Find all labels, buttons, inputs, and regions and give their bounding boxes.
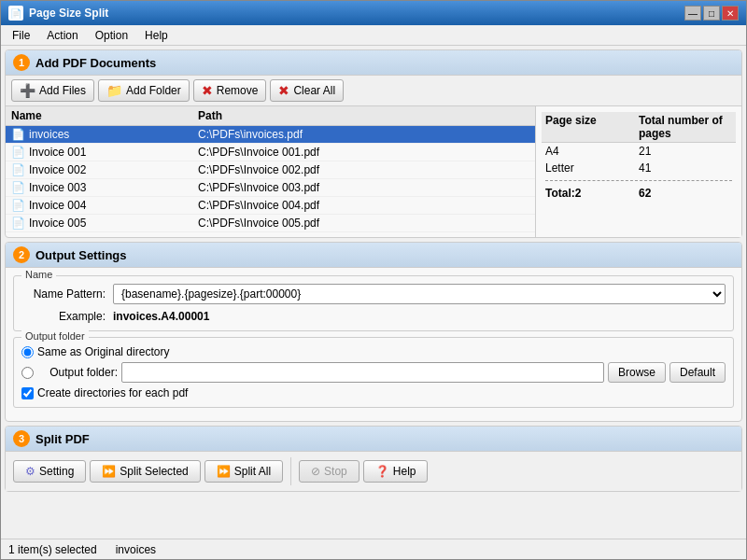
menu-file[interactable]: File bbox=[5, 27, 37, 43]
section1-number: 1 bbox=[13, 54, 30, 71]
title-bar: 📄 Page Size Split — □ ✕ bbox=[1, 1, 746, 25]
example-value: invoices.A4.00001 bbox=[113, 310, 209, 323]
file-path: C:\PDFs\Invoice 003.pdf bbox=[198, 181, 529, 194]
stop-button[interactable]: ⊘ Stop bbox=[299, 460, 359, 483]
title-buttons: — □ ✕ bbox=[684, 6, 739, 21]
pattern-label: Name Pattern: bbox=[21, 287, 106, 301]
help-icon: ❓ bbox=[375, 465, 389, 478]
clear-all-label: Clear All bbox=[293, 84, 335, 97]
example-label: Example: bbox=[21, 310, 106, 323]
section2-title: Output Settings bbox=[35, 248, 127, 262]
remove-icon: ✖ bbox=[202, 83, 213, 98]
create-dirs-row: Create directories for each pdf bbox=[21, 386, 726, 399]
section1-toolbar: ➕ Add Files 📁 Add Folder ✖ Remove ✖ Clea… bbox=[6, 76, 741, 106]
main-window: 📄 Page Size Split — □ ✕ File Action Opti… bbox=[0, 0, 747, 560]
page-info-total: Total:2 62 bbox=[542, 185, 736, 202]
split-selected-icon: ⏩ bbox=[102, 465, 116, 478]
page-info-separator bbox=[545, 180, 732, 181]
pattern-row: Name Pattern: {basename}.{pagesize}.{par… bbox=[21, 284, 726, 304]
page-info-row: Letter 41 bbox=[542, 160, 736, 176]
stop-label: Stop bbox=[324, 465, 347, 478]
app-icon: 📄 bbox=[8, 6, 23, 21]
file-name: 📄Invoice 003 bbox=[11, 181, 198, 194]
file-rows: 📄invoices C:\PDFs\invoices.pdf 📄Invoice … bbox=[6, 126, 535, 232]
file-row[interactable]: 📄Invoice 001 C:\PDFs\Invoice 001.pdf bbox=[6, 144, 535, 161]
pages-value: 21 bbox=[639, 145, 732, 158]
section3-header: 3 Split PDF bbox=[6, 427, 741, 452]
browse-button[interactable]: Browse bbox=[608, 362, 666, 383]
section3-number: 3 bbox=[13, 430, 30, 447]
page-size-value: Letter bbox=[545, 161, 639, 175]
output-folder-radio[interactable] bbox=[21, 367, 34, 379]
name-group: Name Name Pattern: {basename}.{pagesize}… bbox=[13, 275, 734, 331]
add-files-icon: ➕ bbox=[20, 83, 35, 98]
section1-title: Add PDF Documents bbox=[35, 56, 156, 70]
file-name: 📄Invoice 004 bbox=[11, 199, 198, 212]
file-name: 📄Invoice 002 bbox=[11, 163, 198, 176]
file-icon: 📄 bbox=[11, 181, 25, 194]
page-info-header: Page size Total number of pages bbox=[542, 112, 736, 143]
menu-help[interactable]: Help bbox=[137, 27, 176, 43]
maximize-button[interactable]: □ bbox=[703, 6, 720, 21]
total-pages: 62 bbox=[639, 187, 732, 200]
section3-title: Split PDF bbox=[35, 432, 90, 446]
file-list-container: Name Path 📄invoices C:\PDFs\invoices.pdf… bbox=[6, 106, 741, 237]
file-row[interactable]: 📄Invoice 004 C:\PDFs\Invoice 004.pdf bbox=[6, 197, 535, 215]
output-folder-row: Output folder: Browse Default bbox=[21, 362, 726, 383]
close-button[interactable]: ✕ bbox=[722, 6, 739, 21]
split-all-icon: ⏩ bbox=[217, 465, 231, 478]
output-folder-group-label: Output folder bbox=[21, 330, 89, 342]
help-button[interactable]: ❓ Help bbox=[363, 460, 429, 483]
add-files-label: Add Files bbox=[39, 84, 86, 97]
create-dirs-checkbox[interactable] bbox=[21, 387, 34, 399]
header-path: Path bbox=[198, 109, 529, 122]
file-row[interactable]: 📄Invoice 005 C:\PDFs\Invoice 005.pdf bbox=[6, 215, 535, 232]
file-list-header: Name Path bbox=[6, 106, 535, 126]
page-info-rows: A4 21 Letter 41 bbox=[542, 143, 736, 176]
page-info-panel: Page size Total number of pages A4 21 Le… bbox=[536, 106, 741, 237]
menu-action[interactable]: Action bbox=[39, 27, 85, 43]
menu-bar: File Action Option Help bbox=[1, 25, 746, 46]
file-icon: 📄 bbox=[11, 163, 25, 176]
add-folder-label: Add Folder bbox=[126, 84, 181, 97]
split-selected-button[interactable]: ⏩ Split Selected bbox=[90, 460, 200, 483]
section-split-pdf: 3 Split PDF ⚙ Setting ⏩ Split Selected ⏩… bbox=[5, 426, 742, 492]
file-path: C:\PDFs\Invoice 004.pdf bbox=[198, 199, 529, 212]
clear-all-icon: ✖ bbox=[278, 83, 289, 98]
status-selected: 1 item(s) selected bbox=[8, 543, 97, 556]
file-name: 📄Invoice 001 bbox=[11, 146, 198, 159]
remove-button[interactable]: ✖ Remove bbox=[193, 79, 267, 102]
file-list[interactable]: Name Path 📄invoices C:\PDFs\invoices.pdf… bbox=[6, 106, 536, 237]
pages-value: 41 bbox=[639, 161, 732, 175]
file-row[interactable]: 📄invoices C:\PDFs\invoices.pdf bbox=[6, 126, 535, 144]
minimize-button[interactable]: — bbox=[684, 6, 701, 21]
total-pages-header: Total number of pages bbox=[639, 114, 732, 140]
output-folder-group: Output folder Same as Original directory… bbox=[13, 337, 734, 408]
pattern-select[interactable]: {basename}.{pagesize}.{part:00000}{basen… bbox=[113, 284, 726, 304]
output-folder-label: Output folder: bbox=[37, 366, 118, 379]
section2-number: 2 bbox=[13, 246, 30, 263]
file-name: 📄Invoice 005 bbox=[11, 217, 198, 230]
default-button[interactable]: Default bbox=[669, 362, 726, 383]
split-toolbar: ⚙ Setting ⏩ Split Selected ⏩ Split All ⊘… bbox=[6, 452, 741, 491]
clear-all-button[interactable]: ✖ Clear All bbox=[270, 79, 344, 102]
add-files-button[interactable]: ➕ Add Files bbox=[11, 79, 94, 102]
add-folder-button[interactable]: 📁 Add Folder bbox=[98, 79, 190, 102]
split-all-button[interactable]: ⏩ Split All bbox=[204, 460, 283, 483]
menu-option[interactable]: Option bbox=[88, 27, 135, 43]
setting-button[interactable]: ⚙ Setting bbox=[13, 460, 86, 483]
file-icon: 📄 bbox=[11, 217, 25, 230]
page-info-row: A4 21 bbox=[542, 143, 736, 160]
file-row[interactable]: 📄Invoice 002 C:\PDFs\Invoice 002.pdf bbox=[6, 161, 535, 179]
remove-label: Remove bbox=[217, 84, 259, 97]
output-folder-input[interactable] bbox=[121, 362, 604, 383]
file-row[interactable]: 📄Invoice 003 C:\PDFs\Invoice 003.pdf bbox=[6, 179, 535, 197]
page-size-value: A4 bbox=[545, 145, 639, 158]
add-folder-icon: 📁 bbox=[106, 83, 122, 98]
file-icon: 📄 bbox=[11, 128, 25, 141]
example-row: Example: invoices.A4.00001 bbox=[21, 310, 726, 323]
total-label: Total:2 bbox=[545, 187, 639, 200]
same-as-original-radio[interactable] bbox=[21, 346, 34, 358]
file-path: C:\PDFs\Invoice 002.pdf bbox=[198, 163, 529, 176]
header-name: Name bbox=[11, 109, 198, 122]
